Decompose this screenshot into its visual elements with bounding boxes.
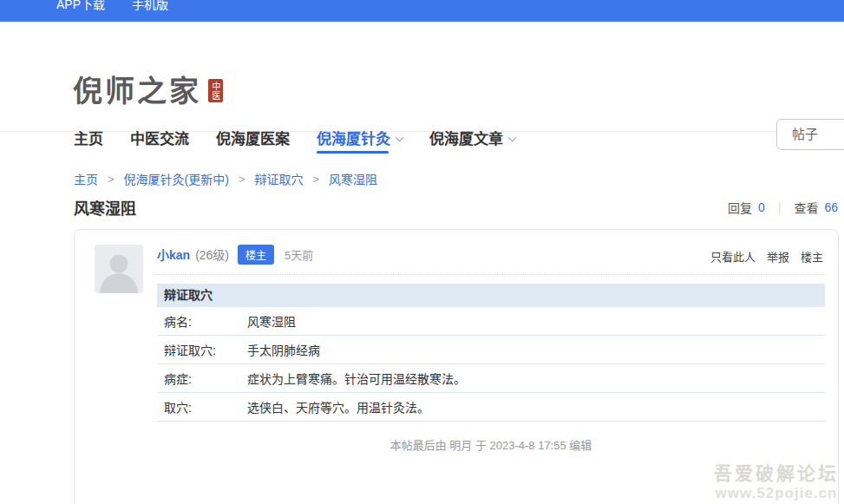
chevron-down-icon [396, 134, 404, 142]
thread-stats: 回复 0 | 查看 66 [728, 199, 838, 216]
site-header: 倪师之家 中医 主页 中医交流 倪海厦医案 倪海厦针灸 倪海厦文章 帖子 [0, 22, 844, 132]
breadcrumb: 主页 > 倪海厦针灸(更新中) > 辩证取穴 > 风寒湿阻 [74, 170, 377, 187]
breadcrumb-syndrome-points[interactable]: 辩证取穴 [255, 170, 304, 187]
row-value: 风寒湿阻 [247, 312, 825, 330]
table-header: 辩证取穴 [157, 284, 825, 307]
nav-item-label: 倪海厦文章 [429, 127, 503, 153]
syndrome-table: 辩证取穴 病名: 风寒湿阻 辩证取穴: 手太阴肺经病 病症: 症状为上臂寒痛。针… [157, 284, 825, 422]
view-count: 66 [824, 200, 838, 214]
view-only-author-link[interactable]: 只看此人 [710, 248, 756, 265]
nav-item-articles[interactable]: 倪海厦文章 [429, 125, 515, 154]
avatar-silhouette-icon [95, 245, 143, 293]
edit-note: 本帖最后由 明月 于 2023-4-8 17:55 编辑 [157, 436, 825, 453]
view-label: 查看 [794, 199, 818, 216]
nav-item-label: 主页 [74, 127, 103, 153]
author-level: (26级) [195, 245, 229, 263]
floor-link[interactable]: 楼主 [801, 248, 823, 265]
search-category-label: 帖子 [792, 127, 818, 141]
row-label: 辩证取穴: [157, 341, 247, 358]
row-label: 病名: [157, 312, 247, 330]
page-title: 风寒湿阻 [74, 196, 136, 219]
app-download-link[interactable]: APP下载 [56, 0, 105, 11]
post-card: 小kan (26级) 楼主 5天前 只看此人 举报 楼主 辩证取穴 病名: 风寒… [74, 229, 839, 504]
breadcrumb-separator: > [313, 173, 320, 186]
table-row: 病名: 风寒湿阻 [157, 307, 825, 336]
search-category-select[interactable]: 帖子 [776, 119, 844, 150]
author-username[interactable]: 小kan [157, 245, 190, 263]
reply-label: 回复 [728, 199, 752, 216]
nav-item-home[interactable]: 主页 [74, 125, 103, 154]
breadcrumb-current-topic[interactable]: 风寒湿阻 [329, 170, 377, 187]
nav-item-label: 中医交流 [130, 127, 189, 153]
breadcrumb-home[interactable]: 主页 [74, 170, 98, 187]
table-row: 辩证取穴: 手太阴肺经病 [157, 336, 825, 364]
tcm-seal-icon: 中医 [208, 79, 223, 102]
nav-item-tcm-exchange[interactable]: 中医交流 [130, 125, 189, 154]
nav-item-acupuncture[interactable]: 倪海厦针灸 [317, 125, 402, 154]
topbar: APP下载 手机版 [0, 0, 844, 22]
row-label: 取穴: [157, 398, 247, 416]
post-header-divider [157, 274, 824, 275]
table-row: 取穴: 选侠白、天府等穴。用温针灸法。 [157, 393, 825, 422]
breadcrumb-separator: > [239, 173, 245, 186]
nav-item-medical-cases[interactable]: 倪海厦医案 [216, 125, 290, 154]
report-link[interactable]: 举报 [767, 248, 789, 265]
avatar[interactable] [95, 245, 143, 293]
row-value: 选侠白、天府等穴。用温针灸法。 [247, 398, 825, 416]
nav-item-label: 倪海厦医案 [216, 127, 290, 153]
row-value: 症状为上臂寒痛。针治可用温经散寒法。 [247, 370, 825, 387]
topbar-links: APP下载 手机版 [56, 0, 168, 11]
mobile-version-link[interactable]: 手机版 [132, 0, 168, 11]
breadcrumb-separator: > [108, 173, 114, 186]
row-value: 手太阴肺经病 [247, 341, 825, 358]
site-logo[interactable]: 倪师之家 [73, 68, 201, 110]
stats-divider: | [778, 200, 782, 214]
post-user-row: 小kan (26级) 楼主 5天前 [157, 244, 313, 265]
reply-count[interactable]: 0 [758, 200, 765, 214]
row-label: 病症: [157, 370, 247, 387]
nav-item-label: 倪海厦针灸 [317, 127, 390, 153]
table-row: 病症: 症状为上臂寒痛。针治可用温经散寒法。 [157, 364, 825, 393]
main-nav: 主页 中医交流 倪海厦医案 倪海厦针灸 倪海厦文章 [74, 125, 542, 154]
post-time: 5天前 [285, 246, 313, 263]
post-actions: 只看此人 举报 楼主 [710, 248, 823, 265]
chevron-down-icon [508, 134, 517, 142]
breadcrumb-acupuncture[interactable]: 倪海厦针灸(更新中) [124, 170, 229, 187]
op-badge: 楼主 [238, 245, 274, 265]
